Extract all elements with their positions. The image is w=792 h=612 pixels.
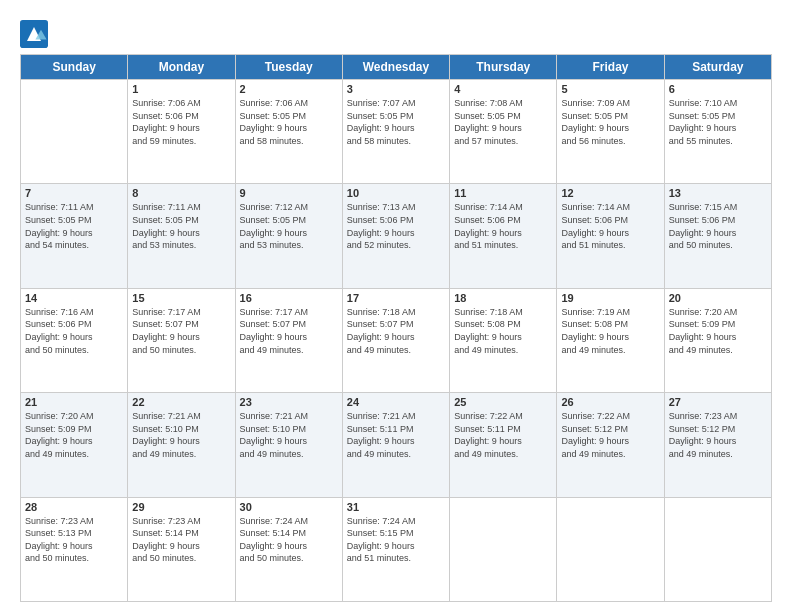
- day-number: 20: [669, 292, 767, 304]
- day-number: 24: [347, 396, 445, 408]
- day-number: 25: [454, 396, 552, 408]
- calendar-cell: 7Sunrise: 7:11 AM Sunset: 5:05 PM Daylig…: [21, 184, 128, 288]
- calendar-cell: 9Sunrise: 7:12 AM Sunset: 5:05 PM Daylig…: [235, 184, 342, 288]
- weekday-header-sunday: Sunday: [21, 55, 128, 80]
- day-number: 27: [669, 396, 767, 408]
- day-number: 13: [669, 187, 767, 199]
- calendar-cell: 6Sunrise: 7:10 AM Sunset: 5:05 PM Daylig…: [664, 80, 771, 184]
- day-info: Sunrise: 7:12 AM Sunset: 5:05 PM Dayligh…: [240, 201, 338, 251]
- day-info: Sunrise: 7:07 AM Sunset: 5:05 PM Dayligh…: [347, 97, 445, 147]
- calendar-cell: 14Sunrise: 7:16 AM Sunset: 5:06 PM Dayli…: [21, 288, 128, 392]
- calendar-cell: 10Sunrise: 7:13 AM Sunset: 5:06 PM Dayli…: [342, 184, 449, 288]
- day-info: Sunrise: 7:20 AM Sunset: 5:09 PM Dayligh…: [669, 306, 767, 356]
- calendar-week-1: 1Sunrise: 7:06 AM Sunset: 5:06 PM Daylig…: [21, 80, 772, 184]
- calendar-cell: [21, 80, 128, 184]
- calendar-cell: 30Sunrise: 7:24 AM Sunset: 5:14 PM Dayli…: [235, 497, 342, 601]
- day-number: 31: [347, 501, 445, 513]
- calendar-cell: 23Sunrise: 7:21 AM Sunset: 5:10 PM Dayli…: [235, 393, 342, 497]
- day-info: Sunrise: 7:11 AM Sunset: 5:05 PM Dayligh…: [25, 201, 123, 251]
- day-number: 1: [132, 83, 230, 95]
- logo-icon: [20, 20, 48, 48]
- day-number: 16: [240, 292, 338, 304]
- calendar-cell: 2Sunrise: 7:06 AM Sunset: 5:05 PM Daylig…: [235, 80, 342, 184]
- calendar-week-3: 14Sunrise: 7:16 AM Sunset: 5:06 PM Dayli…: [21, 288, 772, 392]
- calendar-cell: [450, 497, 557, 601]
- day-number: 18: [454, 292, 552, 304]
- day-info: Sunrise: 7:14 AM Sunset: 5:06 PM Dayligh…: [454, 201, 552, 251]
- day-info: Sunrise: 7:24 AM Sunset: 5:14 PM Dayligh…: [240, 515, 338, 565]
- day-info: Sunrise: 7:19 AM Sunset: 5:08 PM Dayligh…: [561, 306, 659, 356]
- day-number: 29: [132, 501, 230, 513]
- day-number: 8: [132, 187, 230, 199]
- calendar-cell: 21Sunrise: 7:20 AM Sunset: 5:09 PM Dayli…: [21, 393, 128, 497]
- calendar-cell: 31Sunrise: 7:24 AM Sunset: 5:15 PM Dayli…: [342, 497, 449, 601]
- weekday-header-saturday: Saturday: [664, 55, 771, 80]
- calendar-cell: 24Sunrise: 7:21 AM Sunset: 5:11 PM Dayli…: [342, 393, 449, 497]
- weekday-header-wednesday: Wednesday: [342, 55, 449, 80]
- calendar-cell: 11Sunrise: 7:14 AM Sunset: 5:06 PM Dayli…: [450, 184, 557, 288]
- day-info: Sunrise: 7:08 AM Sunset: 5:05 PM Dayligh…: [454, 97, 552, 147]
- day-info: Sunrise: 7:15 AM Sunset: 5:06 PM Dayligh…: [669, 201, 767, 251]
- calendar-cell: 25Sunrise: 7:22 AM Sunset: 5:11 PM Dayli…: [450, 393, 557, 497]
- day-info: Sunrise: 7:17 AM Sunset: 5:07 PM Dayligh…: [132, 306, 230, 356]
- day-number: 30: [240, 501, 338, 513]
- calendar-cell: 8Sunrise: 7:11 AM Sunset: 5:05 PM Daylig…: [128, 184, 235, 288]
- day-info: Sunrise: 7:21 AM Sunset: 5:10 PM Dayligh…: [240, 410, 338, 460]
- calendar-page: SundayMondayTuesdayWednesdayThursdayFrid…: [0, 0, 792, 612]
- calendar-week-2: 7Sunrise: 7:11 AM Sunset: 5:05 PM Daylig…: [21, 184, 772, 288]
- day-number: 10: [347, 187, 445, 199]
- calendar-cell: 22Sunrise: 7:21 AM Sunset: 5:10 PM Dayli…: [128, 393, 235, 497]
- calendar-table: SundayMondayTuesdayWednesdayThursdayFrid…: [20, 54, 772, 602]
- weekday-header-row: SundayMondayTuesdayWednesdayThursdayFrid…: [21, 55, 772, 80]
- day-info: Sunrise: 7:09 AM Sunset: 5:05 PM Dayligh…: [561, 97, 659, 147]
- calendar-cell: 18Sunrise: 7:18 AM Sunset: 5:08 PM Dayli…: [450, 288, 557, 392]
- day-info: Sunrise: 7:16 AM Sunset: 5:06 PM Dayligh…: [25, 306, 123, 356]
- day-number: 14: [25, 292, 123, 304]
- calendar-week-4: 21Sunrise: 7:20 AM Sunset: 5:09 PM Dayli…: [21, 393, 772, 497]
- day-info: Sunrise: 7:10 AM Sunset: 5:05 PM Dayligh…: [669, 97, 767, 147]
- calendar-cell: 13Sunrise: 7:15 AM Sunset: 5:06 PM Dayli…: [664, 184, 771, 288]
- calendar-cell: 20Sunrise: 7:20 AM Sunset: 5:09 PM Dayli…: [664, 288, 771, 392]
- weekday-header-tuesday: Tuesday: [235, 55, 342, 80]
- day-number: 11: [454, 187, 552, 199]
- calendar-cell: 3Sunrise: 7:07 AM Sunset: 5:05 PM Daylig…: [342, 80, 449, 184]
- day-info: Sunrise: 7:21 AM Sunset: 5:11 PM Dayligh…: [347, 410, 445, 460]
- day-number: 15: [132, 292, 230, 304]
- day-number: 12: [561, 187, 659, 199]
- day-number: 19: [561, 292, 659, 304]
- day-number: 3: [347, 83, 445, 95]
- day-info: Sunrise: 7:14 AM Sunset: 5:06 PM Dayligh…: [561, 201, 659, 251]
- day-number: 7: [25, 187, 123, 199]
- calendar-body: 1Sunrise: 7:06 AM Sunset: 5:06 PM Daylig…: [21, 80, 772, 602]
- calendar-cell: 12Sunrise: 7:14 AM Sunset: 5:06 PM Dayli…: [557, 184, 664, 288]
- day-info: Sunrise: 7:23 AM Sunset: 5:14 PM Dayligh…: [132, 515, 230, 565]
- day-info: Sunrise: 7:13 AM Sunset: 5:06 PM Dayligh…: [347, 201, 445, 251]
- day-number: 28: [25, 501, 123, 513]
- day-info: Sunrise: 7:06 AM Sunset: 5:05 PM Dayligh…: [240, 97, 338, 147]
- calendar-cell: 27Sunrise: 7:23 AM Sunset: 5:12 PM Dayli…: [664, 393, 771, 497]
- calendar-cell: 4Sunrise: 7:08 AM Sunset: 5:05 PM Daylig…: [450, 80, 557, 184]
- day-number: 4: [454, 83, 552, 95]
- day-info: Sunrise: 7:22 AM Sunset: 5:11 PM Dayligh…: [454, 410, 552, 460]
- day-number: 23: [240, 396, 338, 408]
- calendar-cell: 28Sunrise: 7:23 AM Sunset: 5:13 PM Dayli…: [21, 497, 128, 601]
- day-info: Sunrise: 7:23 AM Sunset: 5:13 PM Dayligh…: [25, 515, 123, 565]
- day-number: 6: [669, 83, 767, 95]
- day-info: Sunrise: 7:06 AM Sunset: 5:06 PM Dayligh…: [132, 97, 230, 147]
- day-info: Sunrise: 7:21 AM Sunset: 5:10 PM Dayligh…: [132, 410, 230, 460]
- day-number: 2: [240, 83, 338, 95]
- day-info: Sunrise: 7:20 AM Sunset: 5:09 PM Dayligh…: [25, 410, 123, 460]
- weekday-header-monday: Monday: [128, 55, 235, 80]
- day-info: Sunrise: 7:23 AM Sunset: 5:12 PM Dayligh…: [669, 410, 767, 460]
- header: [20, 16, 772, 48]
- day-info: Sunrise: 7:18 AM Sunset: 5:07 PM Dayligh…: [347, 306, 445, 356]
- day-number: 17: [347, 292, 445, 304]
- day-info: Sunrise: 7:18 AM Sunset: 5:08 PM Dayligh…: [454, 306, 552, 356]
- day-info: Sunrise: 7:11 AM Sunset: 5:05 PM Dayligh…: [132, 201, 230, 251]
- calendar-week-5: 28Sunrise: 7:23 AM Sunset: 5:13 PM Dayli…: [21, 497, 772, 601]
- calendar-cell: 1Sunrise: 7:06 AM Sunset: 5:06 PM Daylig…: [128, 80, 235, 184]
- calendar-cell: 29Sunrise: 7:23 AM Sunset: 5:14 PM Dayli…: [128, 497, 235, 601]
- day-number: 5: [561, 83, 659, 95]
- day-number: 22: [132, 396, 230, 408]
- weekday-header-thursday: Thursday: [450, 55, 557, 80]
